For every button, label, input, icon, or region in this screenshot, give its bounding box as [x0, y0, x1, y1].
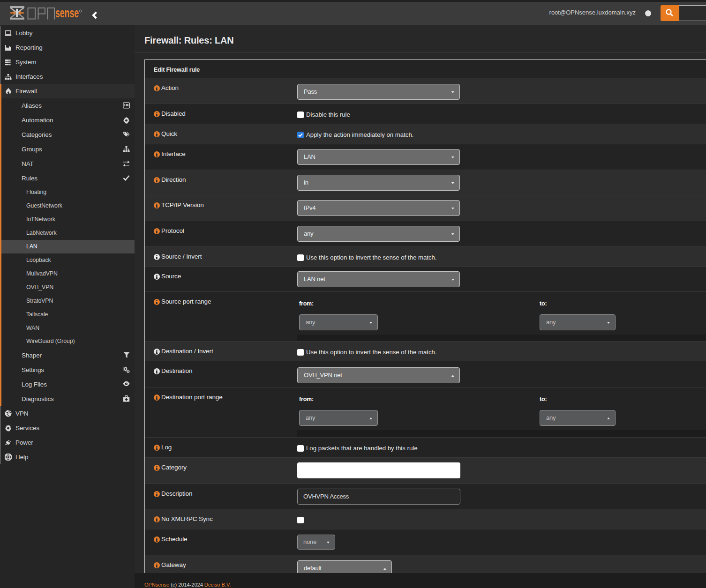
svg-text:sense: sense [55, 6, 79, 20]
